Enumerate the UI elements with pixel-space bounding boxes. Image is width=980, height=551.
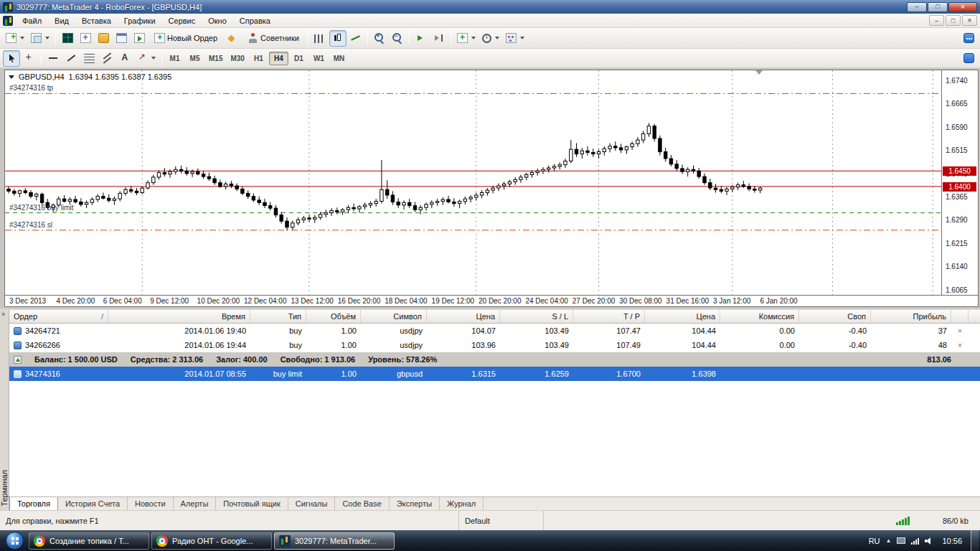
- chart-minimize-button[interactable]: [929, 15, 944, 26]
- minimize-button[interactable]: [907, 2, 927, 12]
- chart-close-button[interactable]: [962, 15, 977, 26]
- timeframe-h4[interactable]: H4: [269, 52, 288, 65]
- terminal-close-button[interactable]: [1, 311, 8, 318]
- market-watch-button[interactable]: [59, 30, 76, 47]
- terminal-tab[interactable]: Новости: [128, 497, 174, 510]
- menu-item[interactable]: Справка: [233, 15, 277, 27]
- terminal-tab[interactable]: Сигналы: [288, 497, 336, 510]
- column-header[interactable]: Своп: [799, 310, 871, 323]
- chart-plot[interactable]: GBPUSD,H4 1.6394 1.6395 1.6387 1.6395 #3…: [5, 70, 942, 295]
- pending-order-row[interactable]: 342743162014.01.07 08:55buy limit1.00gbp…: [9, 367, 980, 381]
- menu-item[interactable]: Графики: [118, 15, 162, 27]
- terminal-tab[interactable]: Алерты: [174, 497, 217, 510]
- price-chart[interactable]: [5, 70, 942, 295]
- network-tray-icon[interactable]: [911, 537, 919, 545]
- column-header[interactable]: Комиссия: [720, 310, 799, 323]
- menu-item[interactable]: Сервис: [162, 15, 202, 27]
- sl-line-label[interactable]: #34274316 sl: [9, 221, 52, 229]
- chart-candles-button[interactable]: [329, 30, 347, 47]
- column-header[interactable]: Цена: [645, 310, 720, 323]
- column-header[interactable]: T / P: [573, 310, 645, 323]
- terminal-tab[interactable]: Почтовый ящик: [216, 497, 288, 510]
- column-header[interactable]: Время: [108, 310, 250, 323]
- auto-scroll-button[interactable]: [413, 30, 430, 47]
- timeframe-w1[interactable]: W1: [309, 52, 329, 65]
- timeframe-m5[interactable]: M5: [185, 52, 204, 65]
- zoom-out-button[interactable]: −: [389, 30, 406, 47]
- volume-tray-icon[interactable]: [925, 537, 933, 545]
- timeframe-d1[interactable]: D1: [289, 52, 308, 65]
- taskbar-button[interactable]: 3029777: MetaTrader...: [274, 532, 395, 550]
- column-header[interactable]: Цена: [427, 310, 500, 323]
- taskbar-button[interactable]: Радио ОНТ - Google...: [151, 532, 272, 550]
- column-header[interactable]: Тип: [250, 310, 306, 323]
- terminal-tab[interactable]: История Счета: [58, 497, 128, 510]
- community-chat-button[interactable]: [960, 30, 977, 47]
- notifications-button[interactable]: [960, 50, 977, 67]
- taskbar-button[interactable]: Создание топика / Т...: [29, 532, 149, 550]
- menu-item[interactable]: Вставка: [75, 15, 118, 27]
- cursor-button[interactable]: [3, 50, 20, 67]
- start-button[interactable]: [2, 531, 27, 550]
- arrows-button[interactable]: [134, 50, 159, 67]
- clock[interactable]: 10:56: [942, 537, 962, 545]
- balance-row[interactable]: Баланс: 1 500.00 USDСредства: 2 313.06За…: [9, 352, 980, 367]
- menu-item[interactable]: Файл: [16, 15, 48, 27]
- terminal-tab[interactable]: Торговля: [9, 497, 58, 510]
- terminal-tab[interactable]: Code Base: [335, 497, 389, 510]
- display-tray-icon[interactable]: [897, 537, 905, 544]
- close-button[interactable]: [948, 2, 977, 12]
- maximize-button[interactable]: [928, 2, 948, 12]
- expert-advisors-button[interactable]: Советники: [242, 30, 305, 47]
- new-chart-button[interactable]: [3, 30, 27, 47]
- price-axis[interactable]: 1.67401.66651.65901.65151.64401.63651.62…: [942, 70, 978, 295]
- periods-button[interactable]: [479, 30, 502, 47]
- chart-line-button[interactable]: [347, 30, 364, 47]
- indicators-button[interactable]: [454, 30, 479, 47]
- terminal-panel-button[interactable]: [113, 30, 130, 47]
- strategy-tester-button[interactable]: [131, 30, 148, 47]
- navigator-button[interactable]: [95, 30, 112, 47]
- language-indicator[interactable]: RU: [869, 537, 880, 545]
- timeframe-m15[interactable]: M15: [205, 52, 226, 65]
- timeframe-mn[interactable]: MN: [329, 52, 349, 65]
- chart-shift-button[interactable]: [430, 30, 448, 47]
- status-profile[interactable]: Default: [459, 511, 544, 530]
- fibonacci-button[interactable]: [80, 50, 98, 67]
- time-axis[interactable]: 3 Dec 20134 Dec 20:006 Dec 04:009 Dec 12…: [5, 295, 978, 306]
- horizontal-line-button[interactable]: [44, 50, 62, 67]
- trend-line-button[interactable]: [62, 50, 80, 67]
- crosshair-button[interactable]: [21, 50, 38, 67]
- zoom-in-button[interactable]: +: [371, 30, 388, 47]
- profiles-button[interactable]: [28, 30, 52, 47]
- hidden-icons-button[interactable]: [886, 537, 892, 544]
- chart-shift-marker[interactable]: [755, 70, 763, 75]
- timeframe-h1[interactable]: H1: [249, 52, 268, 65]
- text-label-button[interactable]: [116, 50, 133, 67]
- column-header[interactable]: Символ: [361, 310, 427, 323]
- timeframe-m1[interactable]: M1: [165, 52, 184, 65]
- show-desktop-button[interactable]: [971, 530, 979, 551]
- chart-restore-button[interactable]: [946, 15, 961, 26]
- column-header[interactable]: S / L: [500, 310, 573, 323]
- channel-button[interactable]: [98, 50, 116, 67]
- column-header[interactable]: Ордер/: [9, 310, 108, 323]
- data-window-button[interactable]: [77, 30, 94, 47]
- metaeditor-button[interactable]: [224, 30, 241, 47]
- terminal-tab[interactable]: Эксперты: [390, 497, 440, 510]
- order-row[interactable]: 342647212014.01.06 19:40buy1.00usdjpy104…: [9, 324, 980, 338]
- column-header[interactable]: Объём: [306, 310, 361, 323]
- column-header[interactable]: Прибыль: [871, 310, 951, 323]
- menu-item[interactable]: Окно: [202, 15, 233, 27]
- tp-line-label[interactable]: #34274316 tp: [9, 84, 53, 92]
- templates-button[interactable]: [503, 30, 527, 47]
- order-row[interactable]: 342662662014.01.06 19:44buy1.00usdjpy103…: [9, 338, 980, 352]
- terminal-tab[interactable]: Журнал: [440, 497, 484, 510]
- close-order-button[interactable]: ×: [951, 341, 969, 349]
- menu-item[interactable]: Вид: [48, 15, 75, 27]
- timeframe-m30[interactable]: M30: [227, 52, 248, 65]
- symbol-dropdown-icon[interactable]: [9, 75, 14, 79]
- new-order-button[interactable]: Новый Ордер: [149, 30, 223, 47]
- buy-limit-line-label[interactable]: #34274316 buy limit: [9, 204, 74, 212]
- chart-bars-button[interactable]: [311, 30, 329, 47]
